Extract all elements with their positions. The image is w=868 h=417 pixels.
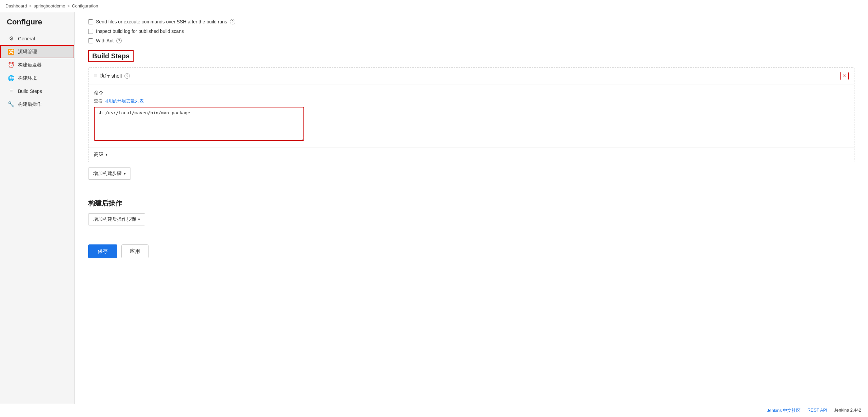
build-steps-icon: ≡: [8, 88, 15, 94]
ssh-checkbox[interactable]: [88, 19, 93, 24]
env-icon: 🌐: [8, 75, 15, 81]
source-icon: 🔀: [8, 48, 15, 55]
add-post-build-button[interactable]: 增加构建后操作步骤 ▾: [88, 213, 145, 225]
add-post-chevron-icon: ▾: [138, 217, 140, 222]
save-button[interactable]: 保存: [88, 244, 117, 258]
ant-checkbox-row: With Ant ?: [88, 38, 854, 43]
inspect-checkbox-row: Inspect build log for published build sc…: [88, 28, 854, 34]
inspect-checkbox[interactable]: [88, 29, 93, 34]
ssh-help-icon[interactable]: ?: [230, 19, 235, 24]
ant-label: With Ant: [96, 38, 114, 43]
env-hint: 查看 可用的环境变量列表: [94, 98, 849, 104]
shell-card-header: ≡ 执行 shell ? ×: [88, 68, 854, 84]
drag-icon: ≡: [94, 73, 97, 79]
sidebar-item-general[interactable]: ⚙ General: [0, 32, 74, 45]
sidebar-item-trigger-label: 构建触发器: [18, 62, 42, 68]
sidebar-item-post-build-label: 构建后操作: [18, 101, 42, 107]
top-checkboxes: Send files or execute commands over SSH …: [88, 19, 854, 43]
shell-card: ≡ 执行 shell ? × 命令 查看 可用的环境变量列表 sh /usr/l…: [88, 67, 854, 162]
sidebar-item-build-steps-label: Build Steps: [18, 88, 42, 94]
breadcrumb-project[interactable]: springbootdemo: [34, 3, 65, 8]
sidebar-item-post-build[interactable]: 🔧 构建后操作: [0, 98, 74, 111]
add-build-step-label: 增加构建步骤: [93, 171, 122, 177]
sidebar-item-trigger[interactable]: ⏰ 构建触发器: [0, 58, 74, 72]
footer-rest-api-link[interactable]: REST API: [807, 408, 827, 414]
advanced-label: 高级: [94, 152, 103, 158]
add-build-step-button[interactable]: 增加构建步骤 ▾: [88, 167, 131, 180]
sidebar-item-general-label: General: [18, 36, 35, 41]
ssh-checkbox-row: Send files or execute commands over SSH …: [88, 19, 854, 24]
sidebar-item-source[interactable]: 🔀 源码管理: [0, 45, 74, 58]
shell-card-header-left: ≡ 执行 shell ?: [94, 73, 130, 79]
env-hint-text: 查看: [94, 98, 103, 103]
sidebar-item-source-label: 源码管理: [18, 49, 37, 55]
sidebar-title: Configure: [0, 18, 74, 32]
footer-community-link[interactable]: Jenkins 中文社区: [767, 408, 801, 414]
env-variables-link[interactable]: 可用的环境变量列表: [104, 98, 144, 103]
breadcrumb-sep1: >: [29, 3, 32, 8]
main-content: Send files or execute commands over SSH …: [75, 12, 868, 404]
action-buttons: 保存 应用: [88, 244, 854, 258]
sidebar: Configure ⚙ General 🔀 源码管理 ⏰ 构建触发器 🌐 构建环…: [0, 12, 75, 404]
breadcrumb-current: Configuration: [72, 3, 98, 8]
apply-button[interactable]: 应用: [121, 244, 149, 258]
inspect-label: Inspect build log for published build sc…: [96, 28, 184, 34]
post-build-section: 构建后操作 增加构建后操作步骤 ▾: [88, 199, 854, 236]
build-steps-section: Build Steps ≡ 执行 shell ? × 命令 查看 可用的环境变量…: [88, 50, 854, 191]
footer-version: Jenkins 2.442: [834, 408, 861, 414]
shell-card-title: 执行 shell: [100, 73, 122, 79]
advanced-chevron-icon: ▾: [105, 152, 107, 157]
sidebar-item-build-steps[interactable]: ≡ Build Steps: [0, 85, 74, 98]
shell-close-button[interactable]: ×: [840, 72, 849, 80]
add-post-build-label: 增加构建后操作步骤: [93, 216, 136, 222]
footer: Jenkins 中文社区 REST API Jenkins 2.442: [0, 404, 868, 417]
breadcrumb-dashboard[interactable]: Dashboard: [5, 3, 27, 8]
breadcrumb-sep2: >: [67, 3, 70, 8]
sidebar-item-env-label: 构建环境: [18, 75, 37, 81]
shell-card-body: 命令 查看 可用的环境变量列表 sh /usr/local/maven/bin/…: [88, 84, 854, 147]
command-textarea[interactable]: sh /usr/local/maven/bin/mvn package: [94, 107, 304, 141]
post-build-icon: 🔧: [8, 101, 15, 107]
breadcrumb: Dashboard > springbootdemo > Configurati…: [0, 0, 868, 12]
ant-checkbox[interactable]: [88, 38, 93, 43]
ssh-label: Send files or execute commands over SSH …: [96, 19, 227, 24]
trigger-icon: ⏰: [8, 62, 15, 68]
sidebar-item-env[interactable]: 🌐 构建环境: [0, 72, 74, 85]
gear-icon: ⚙: [8, 35, 15, 42]
shell-help-icon[interactable]: ?: [124, 73, 130, 79]
advanced-row[interactable]: 高级 ▾: [88, 147, 854, 162]
ant-help-icon[interactable]: ?: [116, 38, 122, 43]
build-steps-title: Build Steps: [88, 50, 134, 62]
command-label: 命令: [94, 90, 849, 96]
post-build-title: 构建后操作: [88, 199, 854, 208]
add-step-chevron-icon: ▾: [124, 171, 126, 176]
